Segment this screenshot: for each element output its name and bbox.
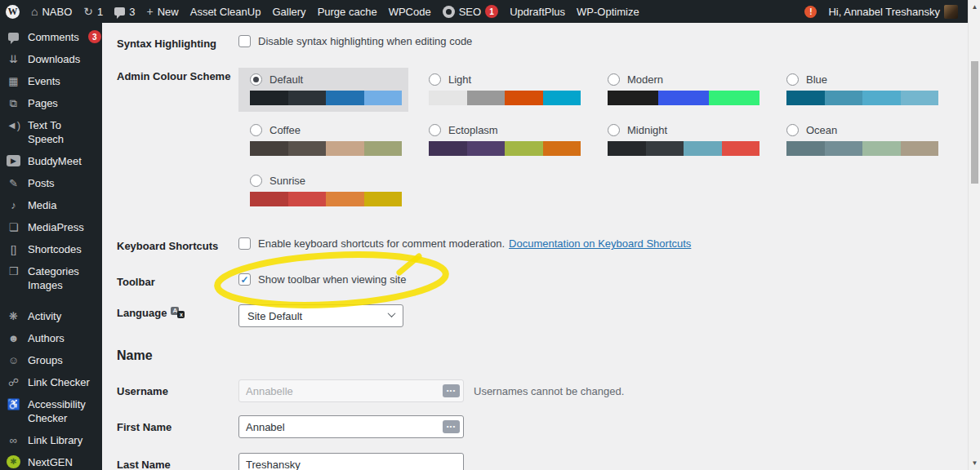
new-label: New xyxy=(158,6,179,18)
swatch xyxy=(364,192,403,206)
sidebar-menu-item[interactable]: ❏ MediaPress xyxy=(0,216,102,238)
seo-menu[interactable]: SEO 1 xyxy=(437,0,504,23)
wordpress-menu[interactable]: W xyxy=(0,0,25,23)
asset-cleanup-menu[interactable]: Asset CleanUp xyxy=(185,0,267,23)
new-content-menu[interactable]: + New xyxy=(141,0,185,23)
updraftplus-menu[interactable]: UpdraftPlus xyxy=(504,0,571,23)
vertical-scrollbar[interactable]: ▲ ▼ xyxy=(968,0,980,470)
sidebar-item-label: Downloads xyxy=(28,52,99,66)
selected-language: Site Default xyxy=(247,310,302,322)
sidebar-menu-item[interactable]: ✱ NextGEN Gallery xyxy=(0,451,102,470)
sidebar-menu-item[interactable]: ◄) Text To Speech xyxy=(0,114,102,150)
colour-scheme-option[interactable]: Ectoplasm xyxy=(417,118,587,162)
sidebar-menu-item[interactable]: ☍ Link Checker xyxy=(0,371,102,393)
colour-scheme-option[interactable]: Ocean xyxy=(775,118,945,162)
radio-button[interactable] xyxy=(250,175,262,187)
sidebar-menu-item[interactable]: ∞ Link Library xyxy=(0,429,102,451)
site-name-menu[interactable]: ⌂ NABO xyxy=(25,0,78,23)
sidebar-menu-item[interactable]: ⇊ Downloads xyxy=(0,48,102,70)
colour-scheme-option[interactable]: Modern xyxy=(596,68,766,112)
colour-scheme-option[interactable]: Blue xyxy=(775,68,945,112)
media-icon: ♪ xyxy=(7,198,20,212)
swatch xyxy=(288,192,327,206)
colour-scheme-option[interactable]: Sunrise xyxy=(238,169,408,213)
sidebar-menu-item[interactable]: ❋ Activity xyxy=(0,305,102,327)
radio-button[interactable] xyxy=(429,73,441,86)
colour-swatches xyxy=(429,91,581,105)
password-manager-icon[interactable] xyxy=(443,420,460,433)
language-select[interactable]: Site Default xyxy=(238,304,403,327)
first-name-input[interactable] xyxy=(238,415,464,438)
sidebar-menu-item[interactable]: ♪ Media xyxy=(0,194,102,216)
menu-label: WP-Optimize xyxy=(577,6,639,18)
last-name-row: Last Name xyxy=(102,453,968,470)
purge-cache-menu[interactable]: Purge cache xyxy=(312,0,383,23)
sidebar-menu-item[interactable]: ♿ Accessibility Checker xyxy=(0,393,102,429)
calendar-icon: ▦ xyxy=(7,74,20,88)
keyboard-shortcuts-checkbox[interactable] xyxy=(238,237,251,250)
comments-count: 3 xyxy=(129,6,135,18)
admin-top-bar: W ⌂ NABO ↻ 1 3 + New Asset CleanUp Galle… xyxy=(0,0,968,23)
alert-indicator[interactable] xyxy=(799,0,822,23)
swatch xyxy=(250,91,288,105)
field-label: Keyboard Shortcuts xyxy=(102,237,238,252)
password-manager-icon[interactable] xyxy=(443,384,460,397)
sidebar-menu-item[interactable]: [] Shortcodes xyxy=(0,238,102,260)
scrollbar-thumb[interactable] xyxy=(971,61,978,184)
radio-button[interactable] xyxy=(250,73,262,86)
sidebar-menu-item[interactable]: ✎ Posts xyxy=(0,172,102,194)
colour-scheme-option[interactable]: Midnight xyxy=(596,118,766,162)
sidebar-menu-item[interactable]: ☻ Authors xyxy=(0,327,102,349)
sidebar-item-label: Activity xyxy=(28,309,99,323)
sidebar-menu-item[interactable]: Comments 3 xyxy=(0,26,102,48)
toolbar-row: Toolbar Show toolbar when viewing site xyxy=(102,273,968,288)
swatch xyxy=(825,141,863,156)
radio-button[interactable] xyxy=(608,73,620,86)
sidebar-menu-item[interactable]: ☺ Groups xyxy=(0,349,102,371)
colour-scheme-option[interactable]: Light xyxy=(417,68,587,112)
colour-swatches xyxy=(250,91,402,105)
show-toolbar-checkbox[interactable] xyxy=(238,273,251,286)
swatch xyxy=(658,91,709,105)
sidebar-menu-item[interactable]: ▦ Events xyxy=(0,70,102,92)
radio-button[interactable] xyxy=(250,124,262,136)
menu-label: Gallery xyxy=(272,6,305,18)
admin-colour-scheme-row: Admin Colour Scheme Default xyxy=(102,68,968,213)
radio-button[interactable] xyxy=(786,73,799,86)
broken-link-icon: ☍ xyxy=(7,375,20,389)
field-label: Last Name xyxy=(102,453,238,470)
scroll-down-arrow-icon[interactable]: ▼ xyxy=(969,459,980,467)
sidebar-item-label: Events xyxy=(28,74,99,88)
home-icon: ⌂ xyxy=(31,6,38,17)
sidebar-menu-item[interactable]: ❒ Categories Images xyxy=(0,260,102,296)
translation-icon: Ax xyxy=(171,307,185,318)
my-account-menu[interactable]: Hi, Annabel Treshansky xyxy=(822,0,968,23)
scheme-name: Light xyxy=(448,73,471,86)
colour-swatches xyxy=(608,141,760,156)
radio-button[interactable] xyxy=(429,124,441,136)
swatch xyxy=(862,91,901,105)
radio-button[interactable] xyxy=(786,124,799,136)
username-row: Username Usernames cannot be changed. xyxy=(102,379,968,402)
swatch xyxy=(825,91,863,105)
gallery-menu[interactable]: Gallery xyxy=(266,0,311,23)
sidebar-menu-item[interactable]: ▶ BuddyMeet xyxy=(0,150,102,172)
language-label: Language xyxy=(117,307,167,319)
syntax-highlighting-checkbox[interactable] xyxy=(238,35,251,47)
scheme-name: Blue xyxy=(806,73,827,86)
last-name-input[interactable] xyxy=(238,453,464,470)
wpcode-menu[interactable]: WPCode xyxy=(383,0,437,23)
comment-bubble-icon xyxy=(114,7,125,16)
sidebar-item-label: Comments xyxy=(28,30,79,44)
updates-menu[interactable]: ↻ 1 xyxy=(78,0,109,23)
sidebar-menu-item[interactable]: ⧉ Pages xyxy=(0,92,102,114)
swatch xyxy=(543,141,581,156)
wp-optimize-menu[interactable]: WP-Optimize xyxy=(571,0,645,23)
colour-scheme-option[interactable]: Default xyxy=(238,68,408,112)
comments-menu[interactable]: 3 xyxy=(109,0,140,23)
colour-swatches xyxy=(786,91,938,105)
scroll-up-arrow-icon[interactable]: ▲ xyxy=(969,3,980,11)
colour-scheme-option[interactable]: Coffee xyxy=(238,118,408,162)
keyboard-shortcuts-doc-link[interactable]: Documentation on Keyboard Shortcuts xyxy=(509,237,691,250)
radio-button[interactable] xyxy=(608,124,620,136)
